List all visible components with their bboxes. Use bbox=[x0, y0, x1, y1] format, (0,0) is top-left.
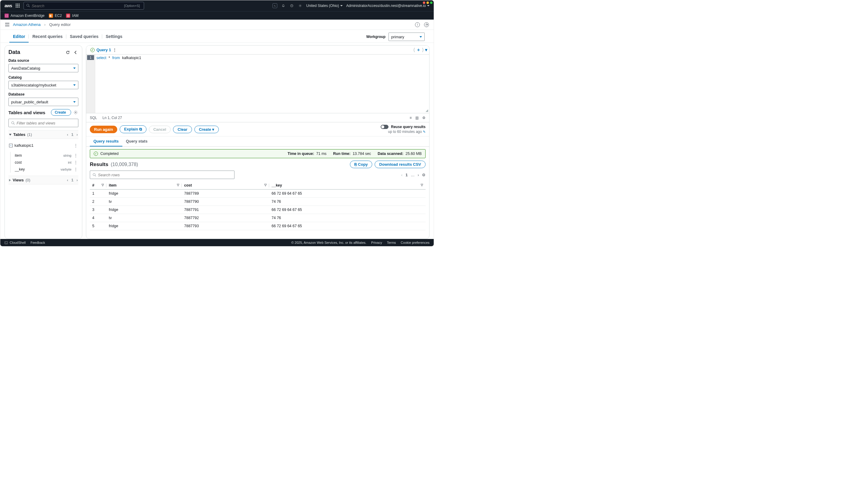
breadcrumb-service[interactable]: Amazon Athena bbox=[13, 22, 41, 27]
create-button[interactable]: Create ▾ bbox=[194, 126, 219, 133]
views-count: (0) bbox=[26, 178, 30, 182]
query-tab-1[interactable]: ✓ Query 1 ⋮ bbox=[88, 46, 119, 53]
table-row[interactable]: 1fridge788778966 72 69 64 67 65 bbox=[90, 190, 426, 198]
tables-settings-icon[interactable] bbox=[73, 110, 78, 115]
prev-page-icon[interactable]: ‹ bbox=[67, 178, 68, 182]
column-node[interactable]: cost int⋮ bbox=[14, 159, 78, 166]
col-index[interactable]: #▽ bbox=[90, 181, 106, 190]
col-key[interactable]: __key▽ bbox=[269, 181, 426, 190]
services-grid-icon[interactable] bbox=[16, 4, 20, 8]
editor-settings-icon[interactable]: ⚙ bbox=[422, 116, 426, 120]
table-menu-icon[interactable]: ⋮ bbox=[74, 143, 78, 148]
data-source-select[interactable]: AwsDataCatalog bbox=[8, 64, 78, 72]
catalog-select[interactable]: s3tablescatalog/mybucket bbox=[8, 81, 78, 89]
resize-handle-icon[interactable]: ◢ bbox=[426, 108, 428, 112]
column-node[interactable]: item string⋮ bbox=[14, 152, 78, 159]
create-table-button[interactable]: Create bbox=[51, 109, 71, 116]
copy-results-button[interactable]: ⎘ Copy bbox=[350, 160, 372, 168]
external-link-icon: ⧉ bbox=[139, 127, 142, 131]
tab-recent-queries[interactable]: Recent queries bbox=[29, 31, 66, 42]
aws-logo[interactable]: aws bbox=[4, 3, 12, 8]
clear-button[interactable]: Clear bbox=[173, 126, 192, 133]
tab-query-results[interactable]: Query results bbox=[90, 136, 122, 147]
console-footer: CloudShell Feedback © 2025, Amazon Web S… bbox=[0, 239, 434, 246]
prev-page-icon[interactable]: ‹ bbox=[67, 132, 68, 137]
next-page-icon[interactable]: › bbox=[77, 178, 78, 182]
tab-query-stats[interactable]: Query stats bbox=[122, 136, 151, 147]
download-csv-button[interactable]: Download results CSV bbox=[375, 160, 426, 168]
settings-icon[interactable] bbox=[298, 3, 303, 8]
search-icon bbox=[11, 121, 15, 125]
column-menu-icon[interactable]: ⋮ bbox=[74, 167, 78, 171]
favorite-iam[interactable]: ◫ IAM bbox=[66, 14, 78, 18]
privacy-link[interactable]: Privacy bbox=[371, 241, 382, 244]
next-page-icon[interactable]: › bbox=[77, 132, 78, 137]
svg-line-1 bbox=[29, 6, 29, 7]
collapse-sidebar-button[interactable] bbox=[73, 50, 78, 55]
terms-link[interactable]: Terms bbox=[387, 241, 396, 244]
sort-icon[interactable]: ▽ bbox=[177, 183, 179, 187]
sort-icon[interactable]: ▽ bbox=[102, 183, 104, 187]
table-row[interactable]: 3fridge788779166 72 69 64 67 65 bbox=[90, 206, 426, 214]
workgroup-select[interactable]: primary bbox=[389, 33, 425, 41]
account-menu[interactable]: AdministratorAccess/dustin.nest@streamna… bbox=[346, 4, 430, 8]
svg-point-6 bbox=[300, 5, 301, 6]
explain-button[interactable]: Explain ⧉ bbox=[120, 125, 147, 133]
favorite-eventbridge[interactable]: ⬚ Amazon EventBridge bbox=[4, 14, 45, 18]
tables-header[interactable]: Tables (1) ‹ 1 › bbox=[8, 130, 78, 139]
cloudshell-icon[interactable] bbox=[273, 3, 277, 8]
new-query-button[interactable]: ＋ bbox=[416, 47, 421, 53]
reuse-toggle[interactable] bbox=[381, 125, 389, 129]
results-search[interactable] bbox=[90, 171, 235, 179]
global-search[interactable]: [Option+S] bbox=[23, 2, 144, 9]
cookie-prefs-link[interactable]: Cookie preferences bbox=[401, 241, 430, 244]
svg-line-11 bbox=[95, 175, 96, 176]
data-sidebar: Data Data source AwsDataCatalog bbox=[4, 45, 82, 239]
paren-open: ⟨ bbox=[413, 47, 415, 53]
results-next-page[interactable]: › bbox=[418, 173, 419, 177]
collapse-icon[interactable]: − bbox=[9, 144, 13, 147]
notifications-icon[interactable] bbox=[281, 3, 286, 8]
run-button[interactable]: Run again bbox=[90, 126, 117, 133]
table-row[interactable]: 4tv788779274 76 bbox=[90, 214, 426, 222]
views-header[interactable]: Views (0) ‹ 1 › bbox=[8, 176, 78, 185]
status-label: Completed bbox=[100, 152, 118, 156]
table-row[interactable]: 2tv788779074 76 bbox=[90, 198, 426, 206]
cloudshell-link[interactable]: CloudShell bbox=[4, 241, 26, 244]
tab-settings[interactable]: Settings bbox=[102, 31, 126, 42]
help-icon[interactable]: ? bbox=[289, 3, 294, 8]
sort-icon[interactable]: ▽ bbox=[264, 183, 267, 187]
edit-reuse-icon[interactable]: ✎ bbox=[423, 130, 426, 133]
table-node[interactable]: − kafkatopic1 ⋮ bbox=[8, 142, 78, 149]
database-select[interactable]: pulsar_public_default bbox=[8, 98, 78, 106]
column-node[interactable]: __key varbyte⋮ bbox=[14, 166, 78, 173]
results-search-input[interactable] bbox=[98, 173, 232, 177]
search-input[interactable] bbox=[30, 4, 123, 8]
sql-editor[interactable]: 1 select * from kafkatopic1 ◢ bbox=[86, 55, 429, 113]
layout-icon[interactable]: ▥ bbox=[415, 116, 419, 120]
column-menu-icon[interactable]: ⋮ bbox=[74, 153, 78, 157]
side-nav-toggle[interactable] bbox=[5, 23, 9, 26]
diagnostics-icon[interactable]: ◔ bbox=[424, 22, 429, 27]
region-selector[interactable]: United States (Ohio) bbox=[306, 4, 343, 8]
favorite-ec2[interactable]: ◧ EC2 bbox=[49, 14, 62, 18]
col-item[interactable]: item▽ bbox=[106, 181, 182, 190]
table-row[interactable]: 5fridge788779366 72 69 64 67 65 bbox=[90, 222, 426, 230]
sort-icon[interactable]: ▽ bbox=[421, 183, 423, 187]
query-tab-menu-icon[interactable]: ⋮ bbox=[113, 48, 117, 52]
format-icon[interactable]: ≡ bbox=[410, 116, 412, 120]
feedback-link[interactable]: Feedback bbox=[30, 241, 45, 244]
refresh-button[interactable] bbox=[65, 50, 70, 55]
tab-saved-queries[interactable]: Saved queries bbox=[66, 31, 102, 42]
tab-editor[interactable]: Editor bbox=[9, 31, 29, 42]
tables-filter[interactable] bbox=[8, 119, 78, 127]
tables-filter-input[interactable] bbox=[17, 121, 75, 125]
column-menu-icon[interactable]: ⋮ bbox=[74, 160, 78, 165]
results-settings-icon[interactable]: ⚙ bbox=[422, 173, 426, 177]
results-prev-page[interactable]: ‹ bbox=[401, 173, 403, 177]
data-scanned-value: 25.60 MB bbox=[405, 152, 421, 156]
info-icon[interactable]: i bbox=[415, 22, 420, 27]
results-pane: ✓ Completed Time in queue: 71 ms Run tim… bbox=[86, 147, 429, 239]
col-cost[interactable]: cost▽ bbox=[182, 181, 269, 190]
tabs-overflow-caret[interactable]: ▾ bbox=[425, 47, 427, 53]
